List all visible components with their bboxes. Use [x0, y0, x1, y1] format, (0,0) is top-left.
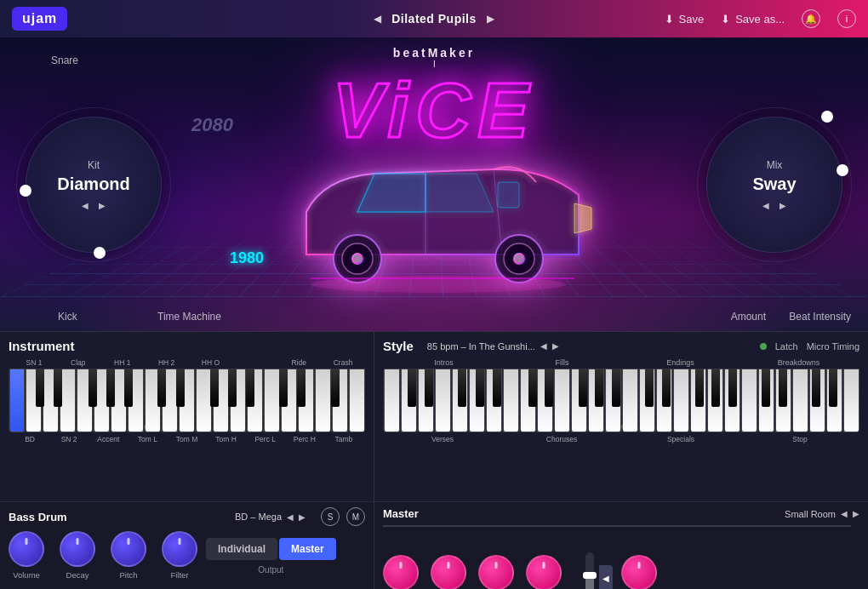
master-next-arrow[interactable]: ▶ — [853, 509, 859, 518]
style-key-22[interactable] — [741, 369, 757, 432]
white-key-11[interactable] — [179, 369, 195, 432]
master-volume-slider[interactable] — [585, 552, 594, 589]
style-key-13[interactable] — [588, 369, 604, 432]
decay-knob[interactable] — [60, 531, 95, 567]
style-key-12[interactable] — [571, 369, 587, 432]
info-button[interactable]: i — [837, 9, 856, 28]
latch-label[interactable]: Latch — [775, 341, 798, 352]
white-key-18[interactable] — [298, 369, 314, 432]
white-key-2[interactable] — [26, 369, 42, 432]
drum-label-hho: HH O — [189, 358, 233, 367]
volume-knob[interactable] — [9, 531, 44, 567]
white-key-4[interactable] — [60, 369, 76, 432]
style-key-26[interactable] — [809, 369, 825, 432]
instrument-piano[interactable]: C2 — [9, 369, 365, 432]
kit-knob-outer-ring — [16, 107, 171, 262]
kick-label: Kick — [58, 311, 77, 323]
beat-intensity-label: Beat Intensity — [789, 311, 851, 323]
style-key-3[interactable] — [418, 369, 434, 432]
white-key-12[interactable] — [196, 369, 212, 432]
style-prev-arrow[interactable]: ◀ — [540, 341, 547, 351]
style-key-19[interactable] — [690, 369, 706, 432]
bottom-section: Instrument SN 1 Clap HH 1 HH 2 HH O Ride… — [0, 331, 868, 589]
bell-button[interactable]: 🔔 — [802, 9, 820, 28]
style-cat-bottom: Verses Choruses Specials Stop — [383, 435, 859, 443]
style-key-2[interactable] — [401, 369, 417, 432]
white-key-14[interactable] — [230, 369, 246, 432]
style-key-18[interactable] — [673, 369, 689, 432]
white-key-3[interactable] — [43, 369, 59, 432]
master-knob-sweep: Sweep — [383, 555, 419, 589]
style-key-10[interactable] — [537, 369, 553, 432]
white-key-6[interactable] — [94, 369, 110, 432]
filter-knob[interactable] — [162, 531, 197, 567]
master-knob-saturate: Saturate — [431, 555, 466, 589]
white-key-13[interactable] — [213, 369, 229, 432]
white-key-5[interactable] — [77, 369, 93, 432]
style-next-arrow[interactable]: ▶ — [552, 341, 559, 351]
bass-drum-controls: Volume Decay Pitch Filter — [9, 531, 365, 580]
svg-point-4 — [352, 254, 363, 264]
maximize-knob[interactable] — [478, 555, 514, 589]
white-key-17[interactable] — [281, 369, 297, 432]
individual-button[interactable]: Individual — [206, 538, 277, 560]
white-key-15[interactable] — [247, 369, 263, 432]
style-key-14[interactable] — [605, 369, 621, 432]
style-key-5[interactable] — [452, 369, 468, 432]
slider-collapse-arrow[interactable]: ◀ — [599, 565, 613, 589]
latch-indicator — [760, 343, 767, 350]
preset-prev-button[interactable]: ◀ — [370, 11, 385, 26]
style-key-9[interactable] — [520, 369, 536, 432]
pitch-knob[interactable] — [111, 531, 146, 567]
micro-timing-label[interactable]: Micro Timing — [807, 341, 859, 352]
cat-endings: Endings — [621, 358, 740, 367]
style-key-23[interactable] — [758, 369, 774, 432]
style-key-16[interactable] — [639, 369, 655, 432]
white-key-8[interactable] — [128, 369, 144, 432]
style-key-20[interactable] — [707, 369, 723, 432]
white-key-20[interactable] — [332, 369, 348, 432]
bass-drum-header: Bass Drum BD – Mega ◀ ▶ S M — [9, 507, 365, 526]
master-knob-volume: Volume — [621, 555, 657, 589]
m-button[interactable]: M — [346, 507, 365, 526]
style-key-8[interactable] — [503, 369, 519, 432]
master-volume-knob[interactable] — [621, 555, 657, 589]
save-button[interactable]: ⬇ Save — [665, 13, 705, 26]
svg-rect-8 — [498, 182, 519, 208]
style-key-28[interactable] — [843, 369, 859, 432]
mix-knob[interactable]: Mix Sway ◀ ▶ — [706, 117, 842, 253]
style-key-4[interactable] — [435, 369, 451, 432]
sweep-knob[interactable] — [383, 555, 419, 589]
style-piano[interactable]: C3 C4 — [383, 369, 859, 432]
slider-handle[interactable] — [583, 572, 597, 579]
kit-knob[interactable]: Kit Diamond ◀ ▶ — [26, 117, 162, 253]
drum-top-labels: SN 1 Clap HH 1 HH 2 HH O Ride Crash — [9, 358, 365, 367]
style-key-17[interactable] — [656, 369, 672, 432]
white-key-16[interactable] — [264, 369, 280, 432]
saturate-knob[interactable] — [431, 555, 466, 589]
drum-label-accent: Accent — [89, 435, 128, 443]
preset-name: Dilated Pupils — [391, 12, 477, 26]
bass-prev-arrow[interactable]: ◀ — [287, 512, 294, 522]
master-button[interactable]: Master — [279, 538, 336, 560]
s-button[interactable]: S — [321, 507, 340, 526]
style-key-27[interactable] — [826, 369, 842, 432]
white-key-19[interactable] — [315, 369, 331, 432]
ambience-knob[interactable] — [526, 555, 562, 589]
style-key-11[interactable] — [554, 369, 570, 432]
master-prev-arrow[interactable]: ◀ — [841, 509, 848, 518]
white-key-1[interactable] — [9, 369, 26, 432]
bass-drum-knobs: Volume Decay Pitch Filter — [9, 531, 197, 580]
white-key-10[interactable] — [162, 369, 178, 432]
drum-label-sn1: SN 1 — [12, 358, 56, 367]
preset-next-button[interactable]: ▶ — [483, 11, 498, 26]
white-key-7[interactable] — [111, 369, 127, 432]
style-key-21[interactable] — [724, 369, 740, 432]
bass-next-arrow[interactable]: ▶ — [299, 512, 306, 522]
style-key-24[interactable] — [775, 369, 791, 432]
style-key-25[interactable] — [792, 369, 808, 432]
style-key-7[interactable] — [486, 369, 502, 432]
master-knob-maximize: Maximize — [478, 555, 514, 589]
style-key-6[interactable] — [469, 369, 485, 432]
save-as-button[interactable]: ⬇ Save as... — [721, 13, 785, 26]
